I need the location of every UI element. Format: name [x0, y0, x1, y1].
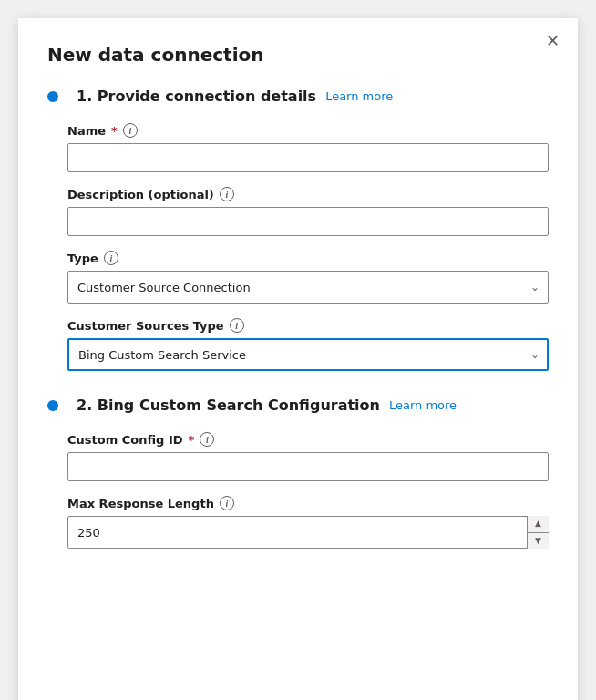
description-label: Description (optional) i — [67, 187, 549, 201]
section1-header: 1. Provide connection details Learn more — [67, 88, 549, 105]
description-info-icon: i — [220, 187, 234, 201]
custom-config-id-info-icon: i — [200, 432, 214, 447]
spin-down-button[interactable]: ▼ — [528, 533, 549, 550]
section1-dot — [47, 91, 58, 102]
max-response-length-info-icon: i — [220, 496, 234, 510]
max-response-length-label: Max Response Length i — [67, 496, 549, 510]
section1-form: Name * i Description (optional) i Type i — [67, 123, 549, 371]
section2-learn-more-link[interactable]: Learn more — [389, 398, 457, 412]
section2-title: 2. Bing Custom Search Configuration — [77, 396, 380, 414]
max-response-length-input[interactable] — [67, 516, 549, 549]
section2-header: 2. Bing Custom Search Configuration Lear… — [67, 396, 549, 414]
dialog-title: New data connection — [47, 44, 549, 66]
name-field-group: Name * i — [67, 123, 549, 172]
number-spin-buttons: ▲ ▼ — [527, 516, 549, 549]
new-data-connection-dialog: ✕ New data connection 1. Provide connect… — [18, 18, 578, 700]
custom-config-id-label: Custom Config ID * i — [67, 432, 549, 447]
spin-up-button[interactable]: ▲ — [528, 516, 549, 533]
max-response-length-field-group: Max Response Length i ▲ ▼ — [67, 496, 549, 549]
customer-sources-type-info-icon: i — [230, 318, 244, 333]
customer-sources-type-label: Customer Sources Type i — [67, 318, 549, 333]
type-info-icon: i — [104, 251, 118, 265]
customer-sources-type-select[interactable]: Bing Custom Search Service — [67, 338, 549, 371]
description-input[interactable] — [67, 207, 549, 236]
section2-dot — [47, 400, 58, 411]
type-select-wrapper: Customer Source Connection ⌄ — [67, 271, 549, 304]
max-response-length-input-wrapper: ▲ ▼ — [67, 516, 549, 549]
close-button[interactable]: ✕ — [542, 29, 563, 53]
section2-form: Custom Config ID * i Max Response Length… — [67, 432, 549, 549]
type-field-group: Type i Customer Source Connection ⌄ — [67, 251, 549, 304]
name-info-icon: i — [123, 123, 138, 138]
custom-config-id-required-star: * — [189, 433, 195, 447]
name-input[interactable] — [67, 143, 549, 172]
section1-learn-more-link[interactable]: Learn more — [325, 89, 393, 103]
custom-config-id-input[interactable] — [67, 452, 549, 481]
custom-config-id-field-group: Custom Config ID * i — [67, 432, 549, 481]
name-label: Name * i — [67, 123, 549, 138]
description-field-group: Description (optional) i — [67, 187, 549, 236]
section1-title: 1. Provide connection details — [77, 88, 316, 105]
name-required-star: * — [111, 124, 118, 138]
customer-sources-type-select-wrapper: Bing Custom Search Service ⌄ — [67, 338, 549, 371]
customer-sources-type-field-group: Customer Sources Type i Bing Custom Sear… — [67, 318, 549, 371]
type-label: Type i — [67, 251, 549, 265]
type-select[interactable]: Customer Source Connection — [67, 271, 549, 304]
